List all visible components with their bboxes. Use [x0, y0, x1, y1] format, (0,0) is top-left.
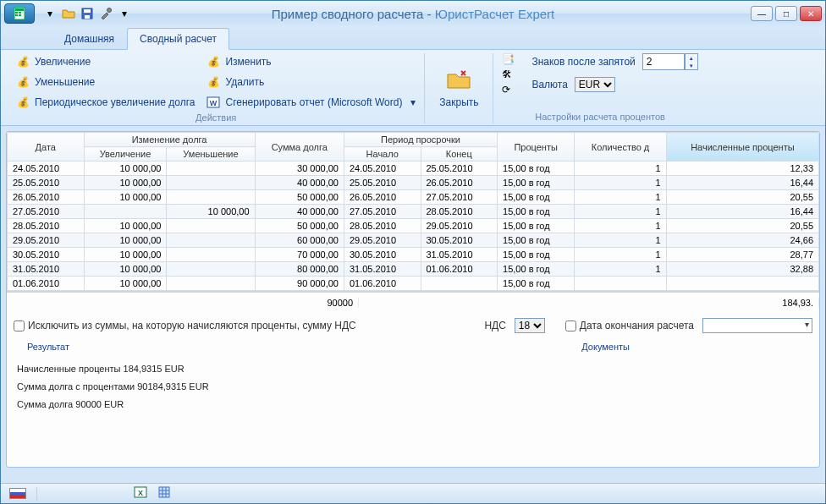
table-row[interactable]: 30.05.201010 000,0070 000,0030.05.201031…	[8, 248, 819, 262]
svg-rect-2	[15, 12, 18, 14]
svg-rect-5	[19, 14, 21, 16]
delete-button[interactable]: 💰Удалить	[206, 74, 416, 90]
col-decrease[interactable]: Уменьшение	[167, 147, 255, 162]
content-panel: Дата Изменение долга Сумма долга Период …	[6, 131, 820, 468]
total-accrued: 184,93.	[709, 298, 819, 308]
tabrow: Домашняя Сводный расчет	[1, 26, 825, 50]
currency-select[interactable]: EUR	[575, 77, 615, 92]
vat-label: НДС	[484, 320, 505, 331]
table-row[interactable]: 26.05.201010 000,0050 000,0026.05.201027…	[8, 190, 819, 205]
qat-more[interactable]: ▾	[116, 5, 133, 22]
table-row[interactable]: 24.05.201010 000,0030 000,0024.05.201025…	[8, 162, 819, 176]
settings-icon-3[interactable]: ⟳	[502, 84, 515, 96]
ribbon: 💰Увеличение 💰Уменьшение 💰Периодическое у…	[1, 50, 825, 126]
open-icon[interactable]	[60, 5, 77, 22]
tab-home[interactable]: Домашняя	[52, 28, 127, 49]
window-title: Пример сводного расчета - ЮристРасчет Ex…	[272, 7, 555, 21]
table-row[interactable]: 25.05.201010 000,0040 000,0025.05.201026…	[8, 176, 819, 190]
col-qty[interactable]: Количество д	[575, 133, 666, 162]
word-icon: W	[206, 96, 220, 109]
exclude-vat-checkbox[interactable]: Исключить из суммы, на которую начисляют…	[14, 320, 356, 331]
table-row[interactable]: 31.05.201010 000,0080 000,0031.05.201001…	[8, 262, 819, 277]
svg-rect-8	[85, 15, 90, 19]
result-lines: Начисленные проценты 184,9315 EUR Сумма …	[7, 355, 819, 420]
col-increase[interactable]: Увеличение	[84, 147, 167, 162]
svg-rect-7	[84, 9, 91, 13]
excel-icon[interactable]: X	[134, 485, 147, 501]
table-row[interactable]: 29.05.201010 000,0060 000,0029.05.201030…	[8, 233, 819, 248]
col-start[interactable]: Начало	[344, 147, 421, 162]
svg-text:X: X	[138, 489, 143, 497]
vat-select[interactable]: 18	[515, 318, 545, 333]
grid-icon[interactable]	[157, 485, 171, 501]
table-row[interactable]: 27.05.201010 000,0040 000,0027.05.201028…	[8, 205, 819, 219]
documents-link[interactable]: Документы	[571, 338, 640, 355]
spin-down[interactable]: ▾	[686, 62, 697, 69]
col-date[interactable]: Дата	[8, 133, 85, 162]
coins-minus-icon: 💰	[16, 75, 30, 89]
total-sum: 90000	[266, 298, 359, 308]
save-icon[interactable]	[79, 5, 96, 22]
svg-rect-14	[159, 487, 169, 497]
svg-point-9	[107, 8, 112, 13]
quick-access-toolbar: ▾ ▾	[41, 5, 133, 22]
folder-close-icon	[445, 66, 472, 93]
totals-row: 90000 184,93.	[7, 291, 819, 313]
end-date-checkbox[interactable]: Дата окончания расчета	[565, 320, 694, 331]
table-row[interactable]: 01.06.201010 000,0090 000,0001.06.201015…	[8, 277, 819, 291]
group-settings-label: Настройки расчета процентов	[502, 110, 697, 122]
svg-rect-3	[19, 12, 21, 14]
app-button[interactable]	[4, 3, 35, 24]
delete-icon: 💰	[206, 75, 220, 89]
edit-button[interactable]: 💰Изменить	[206, 53, 416, 70]
col-accrued[interactable]: Начисленные проценты	[666, 133, 818, 162]
coins-periodic-icon: 💰	[16, 96, 30, 109]
settings-icon-2[interactable]: 🛠	[502, 68, 515, 80]
calculator-icon	[13, 7, 26, 20]
edit-icon: 💰	[206, 55, 220, 68]
result-link[interactable]: Результат	[17, 338, 80, 355]
language-flag-icon[interactable]	[9, 488, 26, 499]
decimals-label: Знаков после запятой	[531, 56, 635, 68]
options-row: Исключить из суммы, на которую начисляют…	[7, 313, 819, 338]
data-grid[interactable]: Дата Изменение долга Сумма долга Период …	[7, 132, 819, 291]
settings-icon-1[interactable]: 📑	[502, 53, 515, 65]
qat-dropdown[interactable]: ▾	[41, 5, 58, 22]
generate-report-button[interactable]: WСгенерировать отчет (Microsoft Word)▾	[206, 94, 416, 111]
periodic-increase-button[interactable]: 💰Периодическое увеличение долга	[16, 94, 195, 111]
col-percent[interactable]: Проценты	[498, 133, 575, 162]
col-overdue[interactable]: Период просрочки	[344, 133, 497, 147]
minimize-button[interactable]: —	[751, 6, 773, 21]
col-debt-sum[interactable]: Сумма долга	[255, 133, 344, 162]
table-row[interactable]: 28.05.201010 000,0050 000,0028.05.201029…	[8, 219, 819, 233]
increase-button[interactable]: 💰Увеличение	[16, 53, 195, 70]
svg-text:W: W	[210, 99, 218, 107]
spin-up[interactable]: ▴	[686, 54, 697, 62]
currency-label: Валюта	[531, 79, 567, 90]
maximize-button[interactable]: □	[775, 6, 797, 21]
coins-plus-icon: 💰	[16, 55, 30, 68]
close-tab-button[interactable]: Закрыть	[433, 66, 484, 108]
tab-summary[interactable]: Сводный расчет	[127, 28, 229, 50]
group-actions-label: Действия	[16, 111, 416, 123]
tools-icon[interactable]	[97, 5, 114, 22]
titlebar: ▾ ▾ Пример сводного расчета - ЮристРасче…	[1, 1, 825, 26]
statusbar: X	[1, 483, 825, 503]
end-date-combo[interactable]	[702, 318, 812, 333]
decimals-input[interactable]	[642, 53, 685, 70]
col-debt-change[interactable]: Изменение долга	[84, 133, 255, 147]
close-button[interactable]: ✕	[800, 6, 822, 21]
svg-rect-1	[15, 8, 24, 11]
decrease-button[interactable]: 💰Уменьшение	[16, 74, 195, 90]
svg-rect-4	[15, 14, 18, 16]
col-end[interactable]: Конец	[421, 147, 498, 162]
